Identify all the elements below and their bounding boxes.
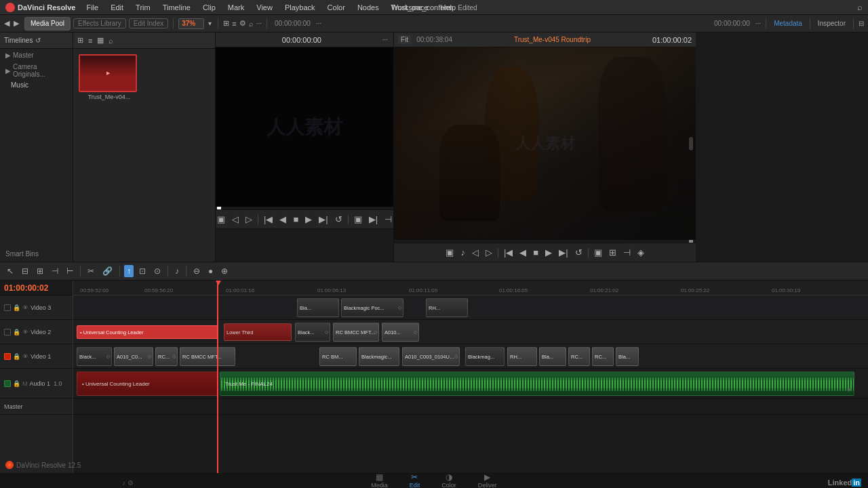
- metadata-button[interactable]: Metadata: [771, 20, 805, 27]
- v1-clip-2[interactable]: RC... ◇: [155, 347, 178, 366]
- program-next-icon[interactable]: ▷: [484, 247, 494, 258]
- track-v3-eye-icon[interactable]: 👁: [22, 304, 28, 311]
- program-prev-icon[interactable]: ◁: [471, 247, 480, 258]
- grid-view-icon[interactable]: ⊞: [223, 19, 229, 28]
- slide-tool-icon[interactable]: ⊢: [64, 265, 76, 277]
- select-tool-icon[interactable]: ↖: [4, 265, 16, 277]
- source-timecode-more-icon[interactable]: ···: [316, 20, 321, 27]
- normal-mode-icon[interactable]: ↑: [124, 265, 134, 277]
- program-crop-icon[interactable]: ▣: [593, 247, 604, 258]
- source-scrubbar[interactable]: [216, 207, 393, 209]
- media-pool-view-icon[interactable]: ⊞: [76, 36, 85, 45]
- media-pool-thumb-icon[interactable]: ▦: [96, 36, 105, 45]
- track-v2-eye-icon[interactable]: 👁: [22, 329, 28, 336]
- track-a1-mute-icon[interactable]: M: [22, 380, 28, 387]
- source-next-icon[interactable]: ▷: [244, 214, 254, 224]
- effects-library-button[interactable]: Effects Library: [73, 18, 126, 28]
- snapping-icon[interactable]: ⊙: [151, 265, 163, 277]
- sidebar-refresh-icon[interactable]: ↺: [35, 37, 41, 44]
- source-prev-icon[interactable]: ◁: [231, 214, 240, 224]
- slip-tool-icon[interactable]: ⊣: [49, 265, 61, 277]
- zoom-slider[interactable]: ●: [205, 265, 216, 277]
- menu-timeline[interactable]: Timeline: [161, 3, 192, 12]
- v1-clip-10[interactable]: RC...: [568, 347, 590, 366]
- menu-playback[interactable]: Playback: [283, 3, 317, 12]
- track-v2-lock-icon[interactable]: 🔒: [13, 329, 20, 336]
- v1-clip-5[interactable]: Blackmagic...: [359, 347, 399, 366]
- menu-edit[interactable]: Edit: [109, 3, 125, 12]
- track-v3-lock-icon[interactable]: 🔒: [13, 304, 20, 311]
- v3-clip-0[interactable]: Bla...: [297, 298, 339, 317]
- v1-clip-6[interactable]: A010_C003_0104UR... ◇: [402, 347, 460, 366]
- timeline-ruler[interactable]: 00:59:52:00 00:59:56:20 01:00:01:16 01:0…: [73, 281, 868, 296]
- menu-mark[interactable]: Mark: [226, 3, 245, 12]
- menu-color[interactable]: Color: [326, 3, 347, 12]
- blade-tool-icon[interactable]: ✂: [85, 265, 97, 277]
- v3-clip-1[interactable]: Blackmagic Poc... ◇: [341, 298, 403, 317]
- program-marker-icon[interactable]: ◈: [636, 247, 646, 258]
- v1-clip-11[interactable]: RC...: [592, 347, 614, 366]
- sidebar-item-camera[interactable]: ▶ Camera Originals...: [0, 60, 73, 79]
- v1-clip-12[interactable]: Bla...: [616, 347, 639, 366]
- track-v1-eye-icon[interactable]: 👁: [22, 353, 28, 360]
- thumbnail-trust-me[interactable]: ▶ Trust_Me-v04...: [79, 54, 140, 100]
- dynamic-trim-icon[interactable]: ⊞: [34, 265, 46, 277]
- program-scrubbar[interactable]: [394, 240, 696, 243]
- program-to-start-icon[interactable]: |◀: [502, 247, 514, 258]
- track-a1-lock-icon[interactable]: 🔒: [13, 380, 20, 387]
- v2-clip-black[interactable]: Black... ◇: [295, 323, 330, 342]
- timeline-timecode[interactable]: 01:00:00:02: [0, 281, 73, 296]
- v2-lower-third-left[interactable]: • Universal Counting Leader: [77, 325, 218, 339]
- trim-tool-icon[interactable]: ⊟: [19, 265, 31, 277]
- search-media-icon[interactable]: ⌕: [249, 20, 254, 28]
- sidebar-item-master[interactable]: ▶ Master: [0, 49, 73, 60]
- source-to-start-icon[interactable]: |◀: [262, 214, 274, 224]
- media-pool-button[interactable]: Media Pool: [24, 17, 71, 30]
- source-play-icon[interactable]: ▶: [304, 214, 313, 224]
- more-icon[interactable]: ···: [256, 20, 262, 27]
- source-to-end-icon[interactable]: ▶|: [317, 214, 329, 224]
- inspector-button[interactable]: Inspector: [815, 20, 848, 27]
- source-match-icon[interactable]: ▶|: [368, 214, 379, 224]
- menu-view[interactable]: View: [255, 3, 274, 12]
- snap-icon[interactable]: ⊡: [136, 265, 149, 277]
- sidebar-item-music[interactable]: Music: [0, 79, 73, 91]
- source-stop-icon[interactable]: ■: [292, 214, 300, 224]
- list-view-icon[interactable]: ≡: [232, 20, 236, 28]
- v2-clip-rc[interactable]: RC BMCC MFT... ◇: [333, 323, 379, 342]
- menu-clip[interactable]: Clip: [201, 3, 217, 12]
- menu-help[interactable]: Help: [439, 3, 458, 12]
- media-pool-search-icon[interactable]: ⌕: [107, 37, 115, 45]
- program-step-back-icon[interactable]: ◀: [518, 247, 528, 258]
- audio-icon[interactable]: ♪: [172, 265, 182, 277]
- nav-forward-icon[interactable]: ▶: [14, 19, 19, 28]
- settings-icon[interactable]: ⚙: [239, 19, 246, 28]
- source-more-icon[interactable]: ···: [382, 36, 388, 43]
- v3-clip-2[interactable]: RH...: [426, 298, 468, 317]
- v2-clip-lower-third[interactable]: Lower Third: [224, 323, 292, 341]
- zoom-input[interactable]: [178, 18, 204, 29]
- zoom-out-icon[interactable]: ⊖: [191, 265, 203, 277]
- edit-index-button[interactable]: Edit Index: [129, 18, 168, 28]
- program-play-icon[interactable]: ▶: [544, 247, 553, 258]
- v1-clip-9[interactable]: Bla...: [539, 347, 566, 366]
- track-v1-lock-icon[interactable]: 🔒: [13, 353, 20, 360]
- tab-color[interactable]: ◑ Color: [431, 473, 467, 488]
- v1-clip-0[interactable]: Black... ◇: [77, 347, 112, 366]
- source-in-icon[interactable]: ⊣: [383, 214, 393, 224]
- menu-nodes[interactable]: Nodes: [356, 3, 380, 12]
- v1-clip-1[interactable]: A010_C0... ◇: [114, 347, 153, 366]
- a1-clip-trustme[interactable]: Trust Me - FINAL24 ◈: [220, 371, 854, 396]
- tab-deliver[interactable]: ▶ Deliver: [467, 473, 508, 488]
- source-step-back-icon[interactable]: ◀: [278, 214, 288, 224]
- program-scrub-handle[interactable]: [689, 137, 693, 150]
- menu-file[interactable]: File: [85, 3, 100, 12]
- layout-icon[interactable]: ⊟: [859, 20, 864, 27]
- v1-clip-4[interactable]: RC BM...: [319, 347, 357, 366]
- v1-clip-3[interactable]: RC BMCC MFT...: [180, 347, 235, 366]
- source-crop-icon[interactable]: ▣: [353, 214, 363, 224]
- program-full-icon[interactable]: ⊞: [608, 247, 618, 258]
- program-timecode-more-icon[interactable]: ···: [755, 20, 761, 27]
- nav-back-icon[interactable]: ◀: [4, 19, 9, 28]
- program-to-end-icon[interactable]: ▶|: [557, 247, 569, 258]
